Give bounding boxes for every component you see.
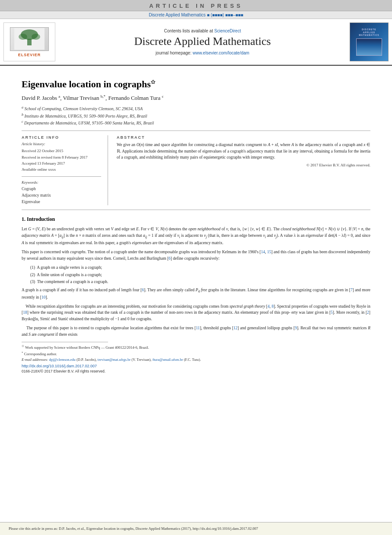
- journal-title: Discrete Applied Mathematics: [134, 35, 271, 48]
- page: ARTICLE IN PRESS Discrete Applied Mathem…: [0, 0, 392, 535]
- title-sup: ✩: [151, 79, 155, 85]
- journal-header: ELSEVIER Contents lists available at Sci…: [0, 19, 392, 66]
- elsevier-logo: ELSEVIER: [3, 22, 55, 61]
- affiliation-b: b Instituto de Matemática, UFRGS, 91 509…: [22, 112, 370, 119]
- paragraph-5: The purpose of this paper is to extend t…: [22, 325, 370, 338]
- section-1-heading: 1. Introduction: [22, 216, 370, 223]
- paragraph-3: A graph is a cograph if and only if it h…: [22, 287, 370, 301]
- keywords-section: Keywords: Cograph Adjacency matrix Eigen…: [22, 180, 101, 206]
- article-title: Eigenvalue location in cographs✩: [22, 79, 370, 90]
- keywords-label: Keywords:: [22, 180, 101, 185]
- svg-point-3: [19, 34, 27, 40]
- sciencedirect-link[interactable]: ScienceDirect: [214, 29, 241, 33]
- footnote-divider: [22, 342, 108, 342]
- list-item-1: (1) A graph on a single vertex is a cogr…: [30, 264, 370, 271]
- article-info-label: ARTICLE INFO: [22, 135, 101, 140]
- authors-line: David P. Jacobs a, Vilmar Trevisan b,*, …: [22, 94, 370, 102]
- divider-2: [22, 210, 370, 210]
- homepage-link[interactable]: www.elsevier.com/locate/dam: [193, 51, 249, 55]
- list-item-2: (2) A finite union of cographs is a cogr…: [30, 271, 370, 278]
- paragraph-1: Let G = (V, E) be an undirected graph wi…: [22, 226, 370, 246]
- article-history-label: Article history:: [22, 142, 101, 146]
- paragraph-2: This paper is concerned with cographs. T…: [22, 249, 370, 261]
- aip-banner-text: ARTICLE IN PRESS: [149, 3, 243, 9]
- keyword-3: Eigenvalue: [22, 199, 101, 205]
- elsevier-logo-image: [10, 27, 49, 51]
- footnote-star: ✩ Work supported by Science without Bord…: [22, 344, 370, 350]
- affiliation-a: a School of Computing, Clemson Universit…: [22, 105, 370, 112]
- keywords-list: Cograph Adjacency matrix Eigenvalue: [22, 186, 101, 206]
- available-date: Available online xxxx: [22, 166, 101, 172]
- abstract-label: ABSTRACT: [117, 135, 370, 140]
- two-column-section: ARTICLE INFO Article history: Received 2…: [22, 135, 370, 205]
- aip-banner: ARTICLE IN PRESS: [0, 0, 392, 11]
- aip-subline-text: Discrete Applied Mathematics ■ (■■■■) ■■…: [149, 13, 243, 17]
- journal-title-area: Contents lists available at ScienceDirec…: [59, 22, 346, 61]
- footnote-emails: E-mail addresses: dpj@clemson.edu (D.P. …: [22, 357, 370, 363]
- doi-link[interactable]: http://dx.doi.org/10.1016/j.dam.2017.02.…: [22, 364, 370, 368]
- citation-bar: Please cite this article in press as: D.…: [0, 522, 392, 535]
- received-date: Received 22 October 2015: [22, 148, 101, 154]
- homepage-text: journal homepage:: [156, 51, 193, 55]
- svg-rect-2: [27, 39, 32, 45]
- received-revised-date: Received in revised form 8 February 2017: [22, 154, 101, 160]
- sciencedirect-text: Contents lists available at: [164, 29, 214, 33]
- article-dates: Received 22 October 2015 Received in rev…: [22, 148, 101, 173]
- divider-1: [22, 131, 370, 131]
- numbered-list: (1) A graph on a single vertex is a cogr…: [30, 264, 370, 285]
- aip-subline: Discrete Applied Mathematics ■ (■■■■) ■■…: [0, 11, 392, 19]
- citation-text: Please cite this article in press as: D.…: [9, 526, 258, 531]
- keyword-2: Adjacency matrix: [22, 192, 101, 199]
- accepted-date: Accepted 13 February 2017: [22, 160, 101, 166]
- affiliation-c: c Departamento de Matemática, UFSM, 9710…: [22, 119, 370, 126]
- abstract-text: We give an O(n) time and space algorithm…: [117, 142, 370, 160]
- journal-homepage: journal homepage: www.elsevier.com/locat…: [156, 51, 249, 55]
- keyword-1: Cograph: [22, 186, 101, 192]
- article-content: Eigenvalue location in cographs✩ David P…: [0, 66, 392, 522]
- journal-cover-image: DISCRETEAPPLIEDMATHEMATICS: [350, 22, 389, 61]
- copyright-text: © 2017 Elsevier B.V. All rights reserved…: [117, 163, 370, 167]
- elsevier-label: ELSEVIER: [18, 53, 41, 57]
- list-item-3: (3) The complement of a cograph is a cog…: [30, 278, 370, 285]
- footnote-corresponding: * Corresponding author.: [22, 350, 370, 357]
- divider-keywords: [22, 176, 101, 177]
- journal-image-container: DISCRETEAPPLIEDMATHEMATICS: [350, 22, 389, 61]
- sciencedirect-line: Contents lists available at ScienceDirec…: [164, 29, 241, 33]
- article-info-col: ARTICLE INFO Article history: Received 2…: [22, 135, 108, 205]
- abstract-col: ABSTRACT We give an O(n) time and space …: [117, 135, 370, 205]
- title-text: Eigenvalue location in cographs: [22, 79, 151, 89]
- svg-point-4: [32, 34, 40, 40]
- affiliations: a School of Computing, Clemson Universit…: [22, 105, 370, 126]
- paragraph-4: While recognition algorithms for cograph…: [22, 303, 370, 322]
- issn-line: 0166-218X/© 2017 Elsevier B.V. All right…: [22, 369, 370, 373]
